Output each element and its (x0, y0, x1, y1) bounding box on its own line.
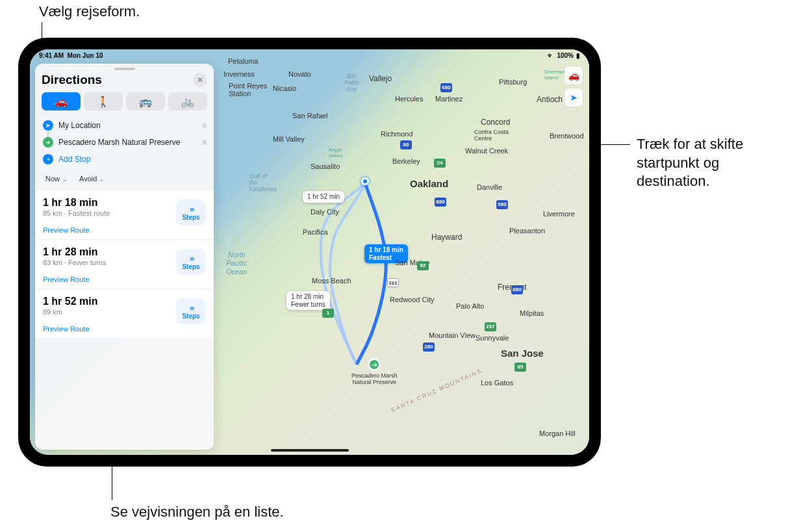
stop-from[interactable]: ➤ My Location ≡ (42, 117, 207, 134)
car-icon: 🚗 (568, 70, 579, 81)
annotation-bottom: Se vejvisningen på en liste. (110, 503, 284, 522)
destination-pin[interactable]: ➔ Pescadero Marsh Natural Preserve (351, 358, 398, 385)
city-millvalley: Mill Valley (273, 135, 305, 143)
route-card[interactable]: 1 hr 52 min 89 km »Steps Preview Route (35, 289, 214, 338)
shield-i580: 580 (496, 200, 508, 209)
shield-i680: 680 (440, 83, 452, 92)
city-pointreyes: Point Reyes Station (229, 82, 267, 97)
mode-transit[interactable]: 🚌 (126, 92, 165, 110)
locate-button[interactable]: ➤ (565, 88, 583, 107)
status-bar: 9:41 AM Mon Jun 10 ᯤ 100% ▮ (30, 52, 589, 59)
shield-i80: 80 (400, 140, 412, 149)
city-pleasanton: Pleasanton (509, 227, 545, 235)
city-hercules: Hercules (395, 95, 423, 103)
city-redwoodcity: Redwood City (390, 296, 434, 303)
panel-grabber[interactable] (114, 68, 135, 70)
map-controls: 🚗 ➤ (565, 66, 583, 107)
city-walnutcreek: Walnut Creek (465, 147, 508, 155)
route-callout-alt2[interactable]: 1 hr 52 min (303, 191, 344, 203)
transport-mode-segmented: 🚗 🚶 🚌 🚲 (42, 92, 207, 110)
preview-route-link[interactable]: Preview Route (43, 325, 206, 333)
route-results[interactable]: 1 hr 18 min 85 km · Fastest route »Steps… (35, 190, 214, 450)
shield-i280: 280 (423, 342, 435, 352)
steps-button[interactable]: »Steps (176, 249, 206, 275)
city-losgatos: Los Gatos (481, 379, 513, 387)
annotation-right: Træk for at skifte startpunkt og destina… (637, 135, 793, 191)
city-nicasio: Nicasio (273, 84, 296, 92)
route-options: Now Avoid (42, 173, 207, 185)
status-time: 9:41 AM (39, 52, 64, 59)
callout-sub: Fewer turns (291, 301, 325, 309)
location-arrow-icon: ➤ (570, 92, 577, 103)
preview-route-link[interactable]: Preview Route (43, 226, 206, 234)
shield-i880-2: 880 (511, 285, 523, 294)
transit-icon: 🚌 (139, 96, 152, 108)
steps-button[interactable]: »Steps (176, 199, 206, 225)
home-indicator[interactable] (271, 449, 349, 452)
city-antioch: Antioch (537, 95, 563, 104)
map-mode-button[interactable]: 🚗 (565, 66, 583, 84)
label-contracosta: Contra Costa Centre (474, 129, 509, 142)
bicycle-icon: 🚲 (181, 96, 194, 108)
plus-icon: ＋ (43, 154, 53, 164)
shield-92: 92 (417, 261, 429, 270)
mode-cycle[interactable]: 🚲 (168, 92, 207, 110)
city-dalycity: Daly City (311, 208, 339, 216)
steps-button[interactable]: »Steps (176, 298, 206, 324)
route-card[interactable]: 1 hr 28 min 83 km · Fewer turns »Steps P… (35, 240, 214, 289)
city-mossbeach: Moss Beach (312, 277, 351, 285)
stop-to[interactable]: ➔ Pescadero Marsh Natural Preserve ≡ (42, 134, 207, 151)
drag-handle-icon[interactable]: ≡ (202, 121, 206, 130)
shield-ca1: 1 (322, 309, 334, 318)
ipad-device-frame: North Pacific Ocean 1 hr 18 min Fastest … (18, 38, 601, 467)
car-icon: 🚗 (55, 96, 68, 108)
city-richmond: Richmond (381, 130, 413, 138)
add-stop-label: Add Stop (58, 155, 90, 164)
steps-label: Steps (182, 263, 199, 270)
directions-panel: Directions ✕ 🚗 🚶 🚌 🚲 ➤ My Location ≡ ➔ (35, 64, 214, 450)
callout-time: 1 hr 28 min (291, 293, 325, 301)
drag-handle-icon[interactable]: ≡ (202, 138, 206, 147)
route-callout-alt1[interactable]: 1 hr 28 min Fewer turns (286, 291, 330, 310)
city-inverness: Inverness (223, 70, 255, 78)
close-button[interactable]: ✕ (193, 73, 207, 87)
city-pacifica: Pacifica (303, 228, 328, 236)
city-milpitas: Milpitas (520, 309, 544, 317)
destination-label: Pescadero Marsh Natural Preserve (351, 372, 398, 385)
shield-237: 237 (485, 322, 496, 331)
shield-24: 24 (434, 159, 446, 168)
add-stop-button[interactable]: ＋ Add Stop (42, 151, 207, 168)
screen: North Pacific Ocean 1 hr 18 min Fastest … (30, 49, 589, 455)
city-berkeley: Berkeley (392, 157, 420, 165)
preview-route-link[interactable]: Preview Route (43, 276, 206, 283)
destination-icon: ➔ (43, 137, 53, 148)
steps-label: Steps (182, 313, 199, 320)
current-location-pin[interactable] (361, 177, 369, 185)
mode-drive[interactable]: 🚗 (42, 92, 81, 110)
label-sanpablobay: San Pablo Bay (344, 73, 359, 92)
route-card[interactable]: 1 hr 18 min 85 km · Fastest route »Steps… (35, 190, 214, 240)
close-icon: ✕ (197, 75, 203, 84)
shield-i880: 880 (435, 198, 446, 207)
city-pittsburg: Pittsburg (499, 78, 527, 86)
city-martinez: Martinez (435, 95, 463, 103)
city-concord: Concord (481, 118, 510, 127)
battery-icon: ▮ (576, 52, 580, 59)
shield-101: 101 (387, 278, 399, 287)
depart-time-selector[interactable]: Now (42, 173, 71, 185)
steps-label: Steps (182, 214, 199, 221)
city-danville: Danville (477, 183, 502, 191)
stop-from-label: My Location (58, 121, 101, 130)
dest-arrow-icon: ➔ (372, 361, 377, 369)
location-arrow-icon: ➤ (43, 120, 53, 131)
main-route-path (357, 183, 386, 363)
avoid-selector[interactable]: Avoid (75, 173, 108, 185)
city-hayward: Hayward (431, 233, 462, 242)
stop-to-label: Pescadero Marsh Natural Preserve (58, 138, 180, 147)
city-paloalto: Palo Alto (456, 302, 484, 310)
panel-title: Directions (42, 73, 102, 87)
mode-walk[interactable]: 🚶 (84, 92, 123, 110)
label-gulf: Gulf of the Farallones (249, 173, 277, 192)
city-novato: Novato (288, 70, 311, 78)
shield-85: 85 (514, 363, 526, 372)
